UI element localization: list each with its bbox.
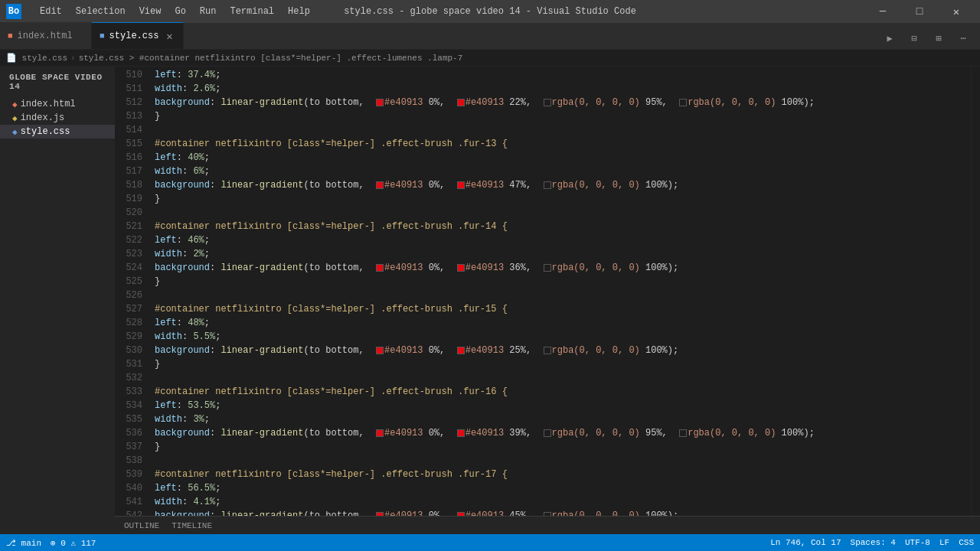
title-bar-left: Bo EditSelectionViewGoRunTerminalHelp: [6, 4, 316, 19]
window-controls: ─ □ ✕: [865, 0, 974, 23]
timeline-panel[interactable]: TIMELINE: [168, 520, 215, 532]
run-button[interactable]: ▶: [879, 28, 900, 49]
code-line: #container netflixintro [class*=helper-]…: [155, 468, 971, 481]
menu-terminal[interactable]: Terminal: [224, 5, 280, 18]
code-line: [155, 454, 971, 468]
line-number: 535: [115, 412, 142, 426]
menu-view[interactable]: View: [133, 5, 168, 18]
code-line: width: 2%;: [155, 247, 971, 261]
html-file-icon: ■: [8, 31, 13, 41]
code-line: }: [155, 357, 971, 371]
tab-close-button[interactable]: ✕: [163, 30, 175, 42]
code-line: width: 5.5%;: [155, 330, 971, 344]
line-number: 536: [115, 426, 142, 440]
line-number: 511: [115, 82, 142, 96]
code-line: [155, 371, 971, 385]
line-number: 527: [115, 302, 142, 316]
code-line: width: 2.6%;: [155, 82, 971, 96]
status-position: Ln 746, Col 17: [770, 538, 841, 547]
code-line: [155, 206, 971, 220]
line-number: 520: [115, 206, 142, 220]
line-number: 524: [115, 261, 142, 275]
line-number: 513: [115, 109, 142, 123]
line-number: 523: [115, 247, 142, 261]
code-line: #container netflixintro [class*=helper-]…: [155, 302, 971, 316]
line-number: 540: [115, 481, 142, 495]
code-line: [155, 123, 971, 137]
sidebar-project-name: GLOBE SPACE VIDEO 14: [0, 67, 115, 97]
line-number: 516: [115, 151, 142, 165]
code-editor[interactable]: 5105115125135145155165175185195205215225…: [115, 67, 980, 516]
close-button[interactable]: ✕: [939, 0, 974, 23]
menu-run[interactable]: Run: [194, 5, 223, 18]
line-number: 526: [115, 289, 142, 302]
code-line: background: linear-gradient(to bottom, #…: [155, 509, 971, 516]
line-number: 521: [115, 220, 142, 233]
sidebar-item-style-css[interactable]: ◆ style.css: [0, 125, 115, 139]
code-content[interactable]: left: 37.4%;width: 2.6%;background: line…: [149, 67, 971, 516]
js-icon: ◆: [12, 113, 18, 123]
html-icon: ◆: [12, 99, 18, 109]
line-number: 533: [115, 385, 142, 399]
maximize-button[interactable]: □: [902, 0, 937, 23]
line-number: 512: [115, 96, 142, 109]
code-line: left: 48%;: [155, 316, 971, 330]
editor-area: 5105115125135145155165175185195205215225…: [115, 67, 980, 534]
more-button[interactable]: ⋯: [952, 28, 974, 49]
code-line: width: 3%;: [155, 412, 971, 426]
sidebar-file-label: style.css: [21, 126, 70, 137]
code-line: #container netflixintro [class*=helper-]…: [155, 220, 971, 233]
css-file-icon: ■: [100, 31, 105, 41]
status-bar: ⎇ main ⊗ 0 ⚠ 117 Ln 746, Col 17 Spaces: …: [0, 534, 980, 551]
line-number: 539: [115, 468, 142, 481]
code-line: width: 4.1%;: [155, 495, 971, 509]
code-line: }: [155, 275, 971, 289]
line-number: 542: [115, 509, 142, 516]
line-number: 518: [115, 178, 142, 192]
code-line: background: linear-gradient(to bottom, #…: [155, 426, 971, 440]
main-layout: GLOBE SPACE VIDEO 14 ◆ index.html ◆ inde…: [0, 67, 980, 534]
tab-bar: ■ index.html ■ style.css ✕ ▶ ⊟ ⊞ ⋯: [0, 23, 980, 50]
menu-go[interactable]: Go: [168, 5, 191, 18]
menu-edit[interactable]: Edit: [34, 5, 68, 18]
line-number: 532: [115, 371, 142, 385]
sidebar-item-index-html[interactable]: ◆ index.html: [0, 97, 115, 111]
status-bar-right: Ln 746, Col 17 Spaces: 4 UTF-8 LF CSS: [770, 538, 974, 547]
line-number: 538: [115, 454, 142, 468]
tab-index-html[interactable]: ■ index.html: [0, 22, 92, 49]
code-line: }: [155, 192, 971, 206]
title-bar: Bo EditSelectionViewGoRunTerminalHelp st…: [0, 0, 980, 23]
line-number: 514: [115, 123, 142, 137]
code-line: }: [155, 109, 971, 123]
status-git: ⎇ main: [6, 538, 41, 548]
menu-bar: EditSelectionViewGoRunTerminalHelp: [34, 5, 316, 18]
sidebar-file-label: index.html: [21, 99, 76, 109]
status-spaces: Spaces: 4: [851, 538, 896, 547]
sidebar: GLOBE SPACE VIDEO 14 ◆ index.html ◆ inde…: [0, 67, 115, 534]
code-line: left: 46%;: [155, 233, 971, 247]
line-number: 525: [115, 275, 142, 289]
line-number: 515: [115, 137, 142, 151]
layout-button[interactable]: ⊞: [928, 28, 949, 49]
tab-style-css[interactable]: ■ style.css ✕: [92, 22, 184, 49]
menu-help[interactable]: Help: [282, 5, 316, 18]
app-logo: Bo: [6, 4, 21, 19]
sidebar-item-index-js[interactable]: ◆ index.js: [0, 111, 115, 125]
split-button[interactable]: ⊟: [903, 28, 925, 49]
outline-panel[interactable]: OUTLINE: [121, 520, 162, 532]
menu-selection[interactable]: Selection: [70, 5, 132, 18]
code-line: left: 37.4%;: [155, 68, 971, 82]
code-line: #container netflixintro [class*=helper-]…: [155, 385, 971, 399]
status-errors: ⊗ 0 ⚠ 117: [51, 538, 96, 548]
breadcrumb: 📄 style.css › style.css > #container net…: [0, 50, 980, 67]
breadcrumb-path: style.css > #container netflixintro [cla…: [79, 54, 463, 63]
minimize-button[interactable]: ─: [865, 0, 900, 23]
code-line: background: linear-gradient(to bottom, #…: [155, 344, 971, 357]
code-line: background: linear-gradient(to bottom, #…: [155, 261, 971, 275]
line-number: 519: [115, 192, 142, 206]
window-title: style.css - globe space video 14 - Visua…: [344, 6, 636, 17]
line-number: 517: [115, 165, 142, 178]
code-line: background: linear-gradient(to bottom, #…: [155, 178, 971, 192]
bottom-panels: OUTLINE TIMELINE: [115, 516, 980, 534]
status-encoding: UTF-8: [905, 538, 930, 547]
